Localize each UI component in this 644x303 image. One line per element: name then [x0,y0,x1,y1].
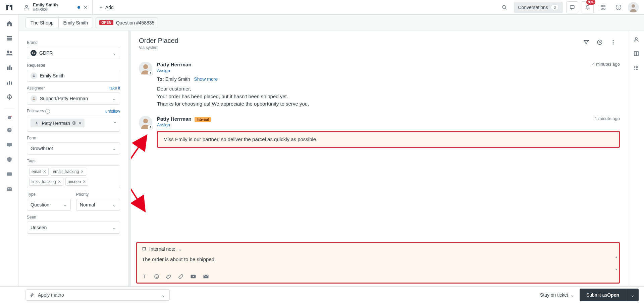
remove-tag-button[interactable]: ✕ [58,179,61,184]
notifications-button[interactable]: 99+ [582,1,594,13]
unfollow-link[interactable]: unfollow [105,109,120,114]
chevron-down-icon: ⌄ [112,146,116,151]
assignee-select[interactable]: Support/Patty Herrman ⌄ [27,93,120,105]
search-button[interactable] [498,1,511,13]
svg-point-49 [156,276,156,276]
help-button[interactable]: ? [612,1,625,13]
emoji-button[interactable] [154,274,159,279]
message-recipients: To: Emily Smith Show more [157,76,620,82]
macro-label: Apply macro [38,292,64,298]
composer-textarea[interactable]: The order is about to be shipped. ▴▾ [137,255,619,271]
tab-title: Emily Smith [33,2,74,8]
show-more-link[interactable]: Show more [194,76,218,82]
nav-customers[interactable] [3,46,16,60]
svg-rect-5 [604,5,605,7]
submit-dropdown-button[interactable]: ⌄ [626,289,639,301]
nav-organizations[interactable] [3,61,16,74]
tag-pill: unseen✕ [65,178,88,186]
nav-admin[interactable] [3,90,16,104]
stay-on-ticket-button[interactable]: Stay on ticket ⌄ [535,287,580,303]
conversations-button[interactable]: Conversations 0 [514,2,563,13]
nav-reporting[interactable] [3,76,16,89]
footer-bar: Apply macro ⌄ Stay on ticket ⌄ Submit as… [0,286,644,303]
svg-point-54 [634,66,635,67]
chat-button[interactable] [566,1,578,13]
svg-point-56 [637,66,638,67]
user-context-button[interactable] [632,36,640,44]
form-label: Form [27,136,36,140]
attach-button[interactable] [166,274,171,279]
message-timestamp: 4 minutes ago [592,62,620,67]
composer-mode-label[interactable]: Internal note [149,246,175,252]
knowledge-button[interactable] [632,50,640,58]
nav-app-1[interactable] [3,109,16,122]
ticket-properties-panel: Brand GGDPR ⌄ Requester Emily Smith Assi… [19,31,131,286]
form-select[interactable]: GrowthDot ⌄ [27,142,120,155]
person-badge-icon [72,121,76,125]
nav-app-2[interactable] [3,123,16,137]
add-label: Add [105,5,114,10]
remove-tag-button[interactable]: ✕ [83,179,86,184]
workspace-tab[interactable]: Emily Smith #458835 ✕ [19,0,93,14]
filter-button[interactable] [581,37,592,48]
app-logo[interactable] [0,0,19,14]
close-tab-button[interactable]: ✕ [84,5,88,10]
followers-box[interactable]: Patty Herrman ✕ ⌄ [27,116,120,132]
more-actions-button[interactable] [608,37,619,48]
priority-select[interactable]: Normal ⌄ [76,199,120,211]
apps-button[interactable] [597,1,609,13]
person-icon [31,72,37,79]
breadcrumb-org[interactable]: The Shopp [26,18,59,28]
remove-tag-button[interactable]: ✕ [80,169,84,174]
tag-pill: email_tracking✕ [51,168,86,176]
popout-icon[interactable] [142,247,147,251]
nav-home[interactable] [3,17,16,30]
seen-select[interactable]: Unseen ⌄ [27,222,120,234]
breadcrumb: The Shopp Emily Smith [25,17,93,28]
chevron-down-icon[interactable]: ⌄ [178,246,182,252]
breadcrumb-user[interactable]: Emily Smith [59,18,93,28]
remove-follower-button[interactable]: ✕ [78,121,82,126]
add-tab-button[interactable]: ＋ Add [93,0,120,14]
chevron-down-icon: ⌄ [63,202,67,207]
chevron-down-icon: ⌄ [112,96,116,101]
nav-app-3[interactable] [3,138,16,152]
apply-macro-button[interactable]: Apply macro ⌄ [25,289,170,301]
nav-views[interactable] [3,32,16,45]
video-button[interactable] [190,274,196,279]
svg-point-36 [613,40,614,41]
svg-point-58 [636,67,637,68]
status-badge: OPEN [99,20,113,25]
scrollbar[interactable]: ▴▾ [614,255,618,271]
nav-app-5[interactable] [3,168,16,181]
internal-note-highlight: Miss Emily is our partner, so deliver th… [157,131,620,148]
ticket-title: Question #458835 [116,20,154,25]
seen-label: Seen [27,215,36,220]
conversations-count: 0 [551,5,559,10]
events-button[interactable] [594,37,605,48]
ticket-subject: Order Placed [139,37,178,45]
email-button[interactable] [203,274,209,279]
agent-badge-icon [148,70,153,76]
tab-subtitle: #458835 [33,7,74,12]
brand-select[interactable]: GGDPR ⌄ [27,47,120,59]
apps-panel-button[interactable] [632,64,640,72]
profile-avatar[interactable] [628,2,639,13]
ticket-chip: OPEN Question #458835 [96,17,158,28]
requester-select[interactable]: Emily Smith [27,70,120,82]
text-format-button[interactable] [142,274,147,279]
tags-input[interactable]: email✕ email_tracking✕ links_tracking✕ u… [27,165,120,188]
nav-app-6[interactable] [3,182,16,196]
remove-tag-button[interactable]: ✕ [43,169,46,174]
reply-composer: Internal note ⌄ The order is about to be… [136,242,620,284]
nav-app-4[interactable] [3,153,16,166]
ticket-via: Via system [139,45,178,50]
assign-link[interactable]: Assign [157,68,170,73]
take-it-link[interactable]: take it [109,86,120,90]
requester-value: Emily Smith [40,73,65,78]
svg-rect-3 [570,5,574,8]
link-button[interactable] [178,274,183,279]
type-select[interactable]: Question ⌄ [27,199,71,211]
submit-button[interactable]: Submit as Open [580,289,626,301]
assign-link[interactable]: Assign [157,122,170,127]
